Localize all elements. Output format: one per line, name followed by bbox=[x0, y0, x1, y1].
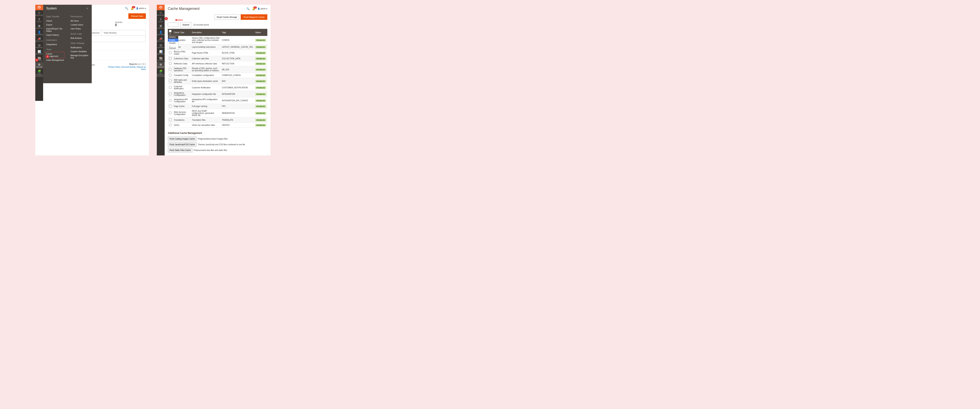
sidebar-item-customers[interactable]: 👤CUSTOMERS bbox=[35, 30, 43, 36]
menu-link-import[interactable]: Import bbox=[46, 19, 64, 23]
actions-dropdown[interactable]: Actions EnableDisable✓ Refresh bbox=[168, 35, 178, 50]
row-checkbox[interactable] bbox=[169, 80, 172, 82]
submit-button[interactable]: Submit bbox=[180, 22, 191, 27]
tab-yotpo-reviews[interactable]: Yotpo Reviews bbox=[102, 30, 119, 35]
magento-logo-icon[interactable] bbox=[35, 5, 43, 10]
select-all-checkbox[interactable] bbox=[169, 30, 172, 32]
menu-link-import-history[interactable]: Import History bbox=[46, 33, 64, 37]
sidebar-item-label: CUSTOMERS bbox=[35, 34, 44, 35]
sidebar-item-label: SYSTEM bbox=[36, 66, 42, 68]
table-row: Collections DataCollection data filesCOL… bbox=[168, 56, 267, 61]
row-checkbox[interactable] bbox=[169, 124, 172, 126]
row-checkbox[interactable] bbox=[169, 51, 172, 54]
notifications-icon[interactable]: 🔔10 bbox=[130, 7, 134, 10]
sidebar-item-reports[interactable]: 📊REPORTS bbox=[35, 49, 43, 56]
cache-tag-cell: CONFIG bbox=[221, 36, 254, 45]
privacy-policy-link[interactable]: Privacy Policy bbox=[108, 66, 120, 68]
column-header[interactable]: Cache Type bbox=[173, 29, 191, 36]
sidebar-item-system[interactable]: ⚙SYSTEM bbox=[35, 62, 43, 69]
table-row: EAV types and attributesEntity types dec… bbox=[168, 78, 267, 85]
cache-tag-cell: INTEGRATION bbox=[221, 91, 254, 97]
sidebar-item-system[interactable]: ⚙SYSTEM bbox=[157, 62, 165, 69]
menu-link-export[interactable]: Export bbox=[46, 23, 64, 27]
table-row: Integrations ConfigurationIntegration co… bbox=[168, 91, 267, 97]
column-header[interactable]: Description bbox=[191, 29, 221, 36]
sidebar-item-sales[interactable]: $SALES bbox=[35, 17, 43, 23]
close-icon[interactable]: ✕ bbox=[86, 7, 89, 10]
sidebar-item-find-partners-extensions[interactable]: 🧩FIND PARTNERS & EXTENSIONS bbox=[157, 69, 165, 78]
row-checkbox[interactable] bbox=[169, 86, 172, 89]
menu-link-import-export-tax-rates[interactable]: Import/Export Tax Rates bbox=[46, 27, 64, 33]
sidebar-item-customers[interactable]: 👤CUSTOMERS bbox=[157, 30, 165, 36]
flush-button[interactable]: Flush JavaScript/CSS Cache bbox=[168, 142, 197, 147]
sidebar-item-find-partners-extensions[interactable]: 🧩FIND PARTNERS & EXTENSIONS bbox=[35, 69, 43, 78]
sidebar-item-marketing[interactable]: 📣MARKETING bbox=[157, 36, 165, 43]
menu-link-bulk-actions[interactable]: Bulk Actions bbox=[70, 36, 89, 40]
flush-cache-storage-button[interactable]: Flush Cache Storage bbox=[215, 14, 239, 20]
menu-link-custom-variables[interactable]: Custom Variables bbox=[70, 50, 89, 53]
search-icon[interactable]: 🔍 bbox=[125, 7, 128, 10]
sidebar-item-content[interactable]: ▤CONTENT bbox=[157, 43, 165, 49]
flush-button[interactable]: Flush Static Files Cache bbox=[168, 148, 192, 152]
row-checkbox[interactable] bbox=[169, 112, 172, 114]
cache-desc-cell: Translation files bbox=[191, 118, 221, 123]
menu-link-user-roles[interactable]: User Roles bbox=[70, 27, 89, 30]
status-badge: ENABLED bbox=[255, 39, 266, 42]
row-checkbox[interactable] bbox=[169, 93, 172, 95]
actions-option-disable[interactable]: Disable bbox=[168, 42, 178, 45]
menu-link-integrations[interactable]: Integrations bbox=[46, 42, 64, 46]
sidebar-item-label: CATALOG bbox=[158, 27, 164, 29]
marketing-icon: 📣 bbox=[38, 37, 41, 40]
column-header[interactable]: Tags bbox=[221, 29, 254, 36]
reload-data-button[interactable]: Reload Data bbox=[128, 13, 146, 19]
cache-tag-cell: BLOCK_HTML bbox=[221, 50, 254, 56]
row-checkbox[interactable] bbox=[169, 118, 172, 121]
magento-logo-icon[interactable] bbox=[157, 5, 165, 10]
row-checkbox[interactable] bbox=[169, 57, 172, 60]
section-action-logs: Action Logs bbox=[70, 33, 89, 35]
flush-magento-cache-button[interactable]: Flush Magento Cache bbox=[241, 14, 267, 20]
panel-cache-management: ⊙DASHBOARD$SALES▣CATALOG👤CUSTOMERS📣MARKE… bbox=[157, 5, 270, 155]
admin-user-menu[interactable]: 👤 admin ▾ bbox=[136, 7, 146, 10]
admin-user-label: admin bbox=[139, 7, 144, 10]
sidebar-item-dashboard[interactable]: ⊙DASHBOARD bbox=[35, 10, 43, 17]
menu-link-manage-encryption-key[interactable]: Manage Encryption Key bbox=[70, 53, 89, 60]
sidebar-item-content[interactable]: ▤CONTENT bbox=[35, 43, 43, 49]
row-checkbox[interactable] bbox=[169, 105, 172, 107]
table-row: VertexVertex tax calculation dataVERTEXE… bbox=[168, 123, 267, 128]
cache-desc-cell: Compilation configuration bbox=[191, 73, 221, 78]
sidebar-item-stores[interactable]: 🏬STORES bbox=[157, 56, 165, 62]
svg-marker-1 bbox=[175, 19, 177, 21]
sidebar-item-sales[interactable]: $SALES bbox=[157, 17, 165, 23]
status-badge: ENABLED bbox=[255, 93, 266, 96]
notifications-icon[interactable]: 🔔10 bbox=[252, 7, 255, 10]
menu-link-index-management[interactable]: Index Management bbox=[46, 58, 64, 62]
column-header[interactable]: Status bbox=[254, 29, 267, 36]
sidebar-item-dashboard[interactable]: ⊙DASHBOARD bbox=[157, 10, 165, 17]
actions-option-refresh[interactable]: ✓ Refresh bbox=[168, 45, 178, 50]
flush-desc: Themes JavaScript and CSS files combined… bbox=[198, 144, 245, 145]
section-tools: Tools bbox=[46, 48, 64, 51]
sidebar-item-catalog[interactable]: ▣CATALOG bbox=[157, 23, 165, 30]
admin-sidebar: ⊙DASHBOARD$SALES▣CATALOG👤CUSTOMERS📣MARKE… bbox=[157, 5, 165, 155]
admin-user-menu[interactable]: 👤 admin ▾ bbox=[258, 8, 267, 10]
menu-link-notifications[interactable]: Notifications bbox=[70, 46, 89, 50]
row-checkbox[interactable] bbox=[169, 99, 172, 102]
row-checkbox[interactable] bbox=[169, 68, 172, 71]
sidebar-item-marketing[interactable]: 📣MARKETING bbox=[35, 36, 43, 43]
catalog-icon: ▣ bbox=[159, 24, 162, 27]
report-issue-link[interactable]: Report an Issue bbox=[137, 66, 146, 70]
sidebar-item-reports[interactable]: 📊REPORTS bbox=[157, 49, 165, 56]
sidebar-item-catalog[interactable]: ▣CATALOG bbox=[35, 23, 43, 30]
dashboard-icon: ⊙ bbox=[38, 11, 40, 14]
row-checkbox[interactable] bbox=[169, 62, 172, 65]
actions-option-enable[interactable]: Enable bbox=[168, 39, 178, 42]
menu-link-locked-users[interactable]: Locked Users bbox=[70, 23, 89, 27]
account-activity-link[interactable]: Account Activity bbox=[122, 66, 136, 68]
menu-link-all-users[interactable]: All Users bbox=[70, 19, 89, 23]
cache-desc-cell: Various XML configurations that were col… bbox=[191, 36, 221, 45]
row-checkbox[interactable] bbox=[169, 74, 172, 76]
flush-button[interactable]: Flush Catalog Images Cache bbox=[168, 137, 197, 141]
search-icon[interactable]: 🔍 bbox=[247, 7, 250, 10]
cache-type-cell: Customer Notification bbox=[173, 85, 191, 91]
